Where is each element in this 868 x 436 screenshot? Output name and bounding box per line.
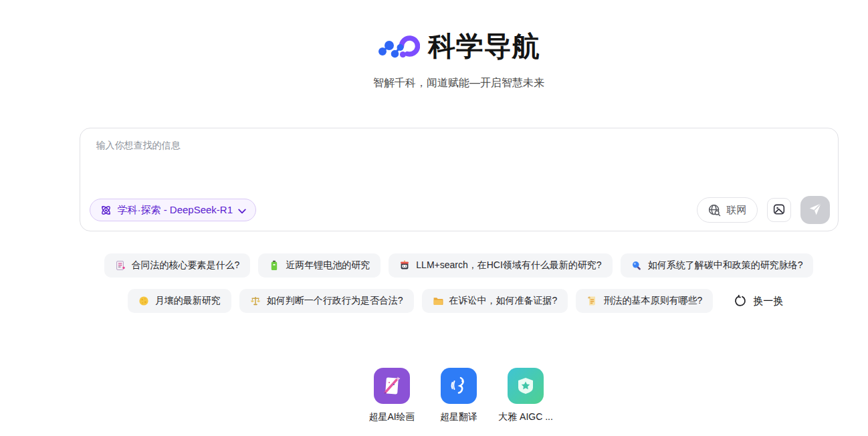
globe-search-icon xyxy=(708,203,722,217)
suggestion-label: 如何判断一个行政行为是否合法? xyxy=(267,295,403,307)
suggestion-chip[interactable]: LLM+search，在HCI领域有什么最新的研究? xyxy=(389,253,612,278)
folder-icon xyxy=(433,296,443,306)
web-search-label: 联网 xyxy=(727,204,747,217)
page-title: 科学导航 xyxy=(428,28,540,65)
suggestions: 合同法的核心要素是什么? 近两年锂电池的研究 xyxy=(104,253,814,313)
suggestion-label: 近两年锂电池的研究 xyxy=(286,259,370,271)
app-shortcut-ai-paint[interactable]: 超星AI绘画 xyxy=(358,368,425,423)
refresh-icon xyxy=(734,295,746,307)
suggestion-label: 月壤的最新研究 xyxy=(155,295,221,307)
search-panel: 学科·探索 - DeepSeek-R1 xyxy=(80,128,839,231)
app-shortcut-dayya-aigc[interactable]: 大雅 AIGC ... xyxy=(492,368,559,423)
atom-icon xyxy=(100,204,112,217)
page-subtitle: 智解千科，闻道赋能—开启智慧未来 xyxy=(373,76,544,90)
suggestion-chip[interactable]: 月壤的最新研究 xyxy=(128,289,231,313)
suggestion-chip[interactable]: 刑法的基本原则有哪些? xyxy=(576,289,713,313)
refresh-suggestions-button[interactable]: 换一换 xyxy=(728,289,790,313)
suggestion-chip[interactable]: 近两年锂电池的研究 xyxy=(258,253,381,278)
send-button[interactable] xyxy=(800,196,830,224)
memo-icon xyxy=(115,260,126,271)
send-icon xyxy=(808,202,823,219)
suggestion-chip[interactable]: 合同法的核心要素是什么? xyxy=(104,253,251,278)
suggestion-label: 如何系统了解碳中和政策的研究脉络? xyxy=(648,259,803,271)
app-label: 大雅 AIGC ... xyxy=(498,411,553,423)
search-right-tools: 联网 xyxy=(697,196,830,224)
suggestion-chip[interactable]: 在诉讼中，如何准备证据? xyxy=(422,289,568,313)
image-upload-button[interactable] xyxy=(767,198,791,222)
model-selector[interactable]: 学科·探索 - DeepSeek-R1 xyxy=(90,199,257,221)
header: 科学导航 xyxy=(377,28,540,65)
moon-icon xyxy=(138,296,149,306)
suggestion-chip[interactable]: 如何判断一个行政行为是否合法? xyxy=(239,289,414,313)
refresh-label: 换一换 xyxy=(753,295,783,308)
suggestion-label: 在诉讼中，如何准备证据? xyxy=(449,295,558,307)
app-logo-icon xyxy=(377,31,420,62)
model-selector-label: 学科·探索 - DeepSeek-R1 xyxy=(118,204,233,217)
app-label: 超星AI绘画 xyxy=(368,411,415,423)
suggestion-label: 合同法的核心要素是什么? xyxy=(132,259,240,271)
robot-icon xyxy=(399,260,410,271)
scroll-icon xyxy=(586,296,597,306)
app-shortcut-translate[interactable]: 超星翻译 xyxy=(425,368,492,423)
suggestion-chip[interactable]: 如何系统了解碳中和政策的研究脉络? xyxy=(621,253,814,278)
search-toolbar: 学科·探索 - DeepSeek-R1 xyxy=(80,196,838,231)
web-search-button[interactable]: 联网 xyxy=(697,197,758,223)
shield-star-app-icon xyxy=(508,368,544,404)
suggestions-row-2: 月壤的最新研究 如何判断一个行政行为是否合法? xyxy=(128,289,790,313)
app-label: 超星翻译 xyxy=(440,411,477,423)
search-input[interactable] xyxy=(80,128,838,196)
main-page: 科学导航 智解千科，闻道赋能—开启智慧未来 学科·探索 xyxy=(49,0,868,423)
suggestion-label: LLM+search，在HCI领域有什么最新的研究? xyxy=(416,259,601,271)
suggestions-row-1: 合同法的核心要素是什么? 近两年锂电池的研究 xyxy=(104,253,814,278)
paint-app-icon xyxy=(374,368,410,404)
suggestion-label: 刑法的基本原则有哪些? xyxy=(603,295,702,307)
magnifier-icon xyxy=(631,260,642,271)
app-shortcuts: 超星AI绘画 超星翻译 大雅 AIGC ... xyxy=(358,368,559,423)
translate-app-icon xyxy=(441,368,477,404)
scales-icon xyxy=(250,296,261,306)
chevron-down-icon xyxy=(238,205,246,216)
image-icon xyxy=(772,203,786,218)
battery-icon xyxy=(269,260,280,271)
